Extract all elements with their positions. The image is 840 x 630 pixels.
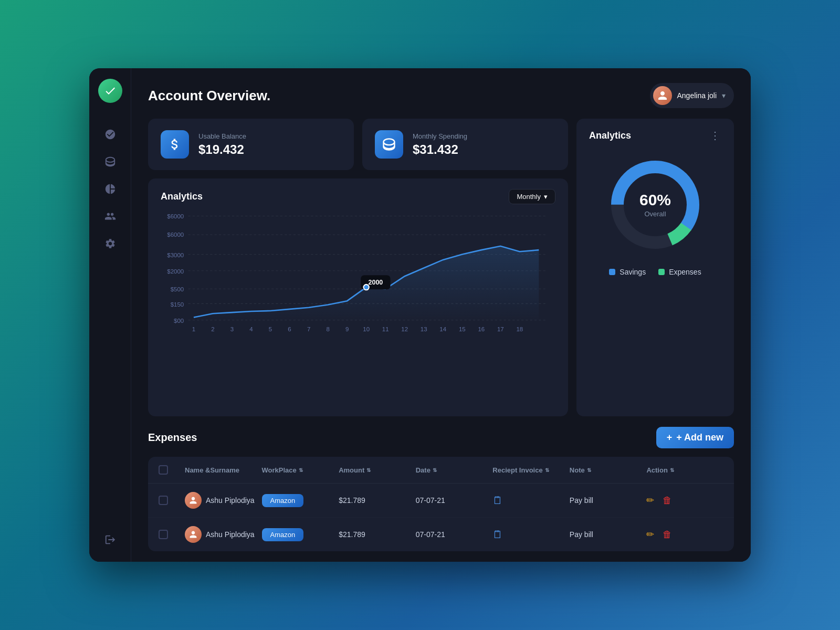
- svg-text:1: 1: [192, 326, 195, 332]
- spending-icon: [375, 130, 403, 159]
- row1-date: 07-07-21: [416, 496, 493, 505]
- sidebar-item-database[interactable]: [99, 150, 122, 173]
- svg-text:3: 3: [230, 326, 234, 332]
- left-panel: Usable Balance $19.432 Monthly Spending …: [148, 119, 568, 416]
- row1-checkbox: [159, 496, 185, 505]
- expenses-label: Expenses: [669, 268, 701, 276]
- donut-title: Analytics: [589, 130, 631, 141]
- svg-text:$2000: $2000: [167, 268, 184, 275]
- header: Account Overview. Angelina joli ▾: [131, 68, 751, 113]
- stat-card-spending: Monthly Spending $31.432: [362, 119, 568, 170]
- dropdown-chevron-icon: ▾: [544, 193, 548, 201]
- chart-svg: $6000 $6000 $3000 $2000 $500 $150 $00: [161, 211, 555, 337]
- monthly-dropdown[interactable]: Monthly ▾: [509, 189, 555, 204]
- row2-workplace-badge: Amazon: [262, 528, 304, 541]
- main-content: Account Overview. Angelina joli ▾: [131, 68, 751, 562]
- savings-label: Savings: [620, 268, 646, 276]
- row1-avatar: [185, 492, 202, 509]
- sort-workplace-icon: ⇅: [299, 467, 303, 473]
- header-checkbox[interactable]: [159, 465, 168, 475]
- balance-label: Usable Balance: [198, 132, 246, 140]
- row1-name: Ashu Piplodiya: [185, 492, 262, 509]
- sidebar-item-team[interactable]: [99, 205, 122, 228]
- sidebar: [89, 68, 131, 562]
- svg-text:13: 13: [421, 326, 427, 332]
- col-date[interactable]: Date ⇅: [416, 465, 493, 475]
- row1-delete-icon[interactable]: 🗑: [663, 495, 672, 506]
- row2-check[interactable]: [159, 530, 168, 539]
- spending-label: Monthly Spending: [413, 132, 467, 140]
- row2-note: Pay bill: [570, 530, 647, 539]
- svg-text:$00: $00: [174, 318, 184, 324]
- content-area: Usable Balance $19.432 Monthly Spending …: [131, 113, 751, 427]
- svg-point-17: [363, 285, 369, 290]
- three-dots-menu[interactable]: ⋮: [710, 129, 721, 142]
- row2-workplace: Amazon: [262, 528, 339, 541]
- svg-text:$6000: $6000: [167, 213, 184, 219]
- page-title: Account Overview.: [148, 88, 270, 104]
- stat-card-balance: Usable Balance $19.432: [148, 119, 354, 170]
- col-checkbox: [159, 465, 185, 475]
- sidebar-item-analytics[interactable]: [99, 177, 122, 201]
- col-action[interactable]: Action ⇅: [646, 465, 723, 475]
- row1-check[interactable]: [159, 496, 168, 505]
- svg-text:17: 17: [497, 326, 504, 332]
- svg-text:5: 5: [269, 326, 272, 332]
- analytics-chart-title: Analytics: [161, 191, 203, 202]
- donut-wrapper: 60% Overall: [589, 152, 721, 257]
- row2-checkbox: [159, 530, 185, 539]
- svg-text:$3000: $3000: [167, 252, 184, 258]
- avatar: [653, 86, 672, 105]
- svg-text:14: 14: [439, 326, 446, 332]
- sort-date-icon: ⇅: [433, 467, 437, 473]
- donut-center: 60% Overall: [639, 191, 671, 218]
- donut-header: Analytics ⋮: [589, 129, 721, 142]
- legend: Savings Expenses: [589, 268, 721, 276]
- row2-doc-icon: 🗒: [492, 529, 503, 541]
- donut-card: Analytics ⋮ 60%: [576, 119, 734, 416]
- sidebar-item-settings[interactable]: [99, 232, 122, 255]
- svg-text:9: 9: [345, 326, 349, 332]
- svg-text:4: 4: [249, 326, 253, 332]
- stats-row: Usable Balance $19.432 Monthly Spending …: [148, 119, 568, 170]
- table-row: Ashu Piplodiya Amazon $21.789 07-07-21 🗒…: [148, 484, 734, 518]
- sort-amount-icon: ⇅: [366, 467, 371, 473]
- sidebar-logo[interactable]: [98, 79, 122, 103]
- donut-overall-label: Overall: [644, 210, 666, 218]
- row2-edit-icon[interactable]: ✏: [646, 529, 654, 540]
- monthly-label: Monthly: [517, 193, 541, 201]
- svg-text:$6000: $6000: [167, 232, 184, 238]
- chevron-down-icon: ▾: [722, 91, 726, 100]
- user-name: Angelina joli: [677, 91, 717, 100]
- donut-percent: 60%: [639, 191, 671, 209]
- sidebar-item-logout[interactable]: [99, 528, 122, 551]
- analytics-chart-card: Analytics Monthly ▾ $6000 $6000 $3000 $2: [148, 178, 568, 416]
- user-profile[interactable]: Angelina joli ▾: [650, 83, 734, 108]
- row2-delete-icon[interactable]: 🗑: [663, 529, 672, 540]
- col-name[interactable]: Name &Surname: [185, 465, 262, 475]
- svg-text:7: 7: [307, 326, 310, 332]
- row1-doc-icon: 🗒: [492, 495, 503, 507]
- row1-note: Pay bill: [570, 496, 647, 505]
- svg-text:11: 11: [382, 326, 389, 332]
- svg-text:$150: $150: [171, 301, 184, 308]
- add-new-button[interactable]: + + Add new: [656, 427, 734, 448]
- row1-name-text: Ashu Piplodiya: [206, 496, 255, 505]
- row2-name-text: Ashu Piplodiya: [206, 530, 255, 539]
- sidebar-item-dashboard[interactable]: [99, 123, 122, 146]
- svg-text:10: 10: [363, 326, 370, 332]
- row1-action: ✏ 🗑: [646, 495, 723, 506]
- svg-text:$500: $500: [171, 286, 184, 292]
- svg-text:2000: 2000: [368, 279, 383, 286]
- col-receipt[interactable]: Reciept Invoice ⇅: [492, 465, 570, 475]
- table-header: Name &Surname WorkPlace ⇅ Amount ⇅ Date …: [148, 457, 734, 484]
- col-note[interactable]: Note ⇅: [570, 465, 647, 475]
- plus-icon: +: [667, 432, 673, 443]
- legend-savings: Savings: [609, 268, 646, 276]
- row2-receipt: 🗒: [492, 529, 570, 541]
- row2-date: 07-07-21: [416, 530, 493, 539]
- col-workplace[interactable]: WorkPlace ⇅: [262, 465, 339, 475]
- expenses-header: Expenses + + Add new: [148, 427, 734, 448]
- col-amount[interactable]: Amount ⇅: [339, 465, 416, 475]
- row1-edit-icon[interactable]: ✏: [646, 495, 654, 506]
